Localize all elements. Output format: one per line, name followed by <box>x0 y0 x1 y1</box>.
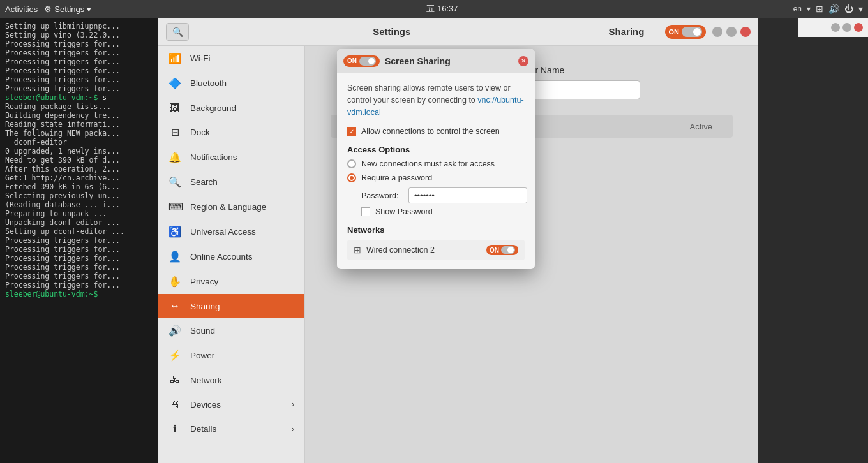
network-row: ⊞ Wired connection 2 ON <box>347 240 525 260</box>
region-icon: ⌨ <box>168 201 181 213</box>
sidebar-item-label: Power <box>190 351 214 360</box>
checkbox-check-icon: ✓ <box>349 128 354 135</box>
activities-button[interactable]: Activities <box>5 4 38 14</box>
settings-menu-icon: ⚙ <box>44 4 52 14</box>
dialog-toggle[interactable]: ON <box>343 55 380 67</box>
close-button[interactable] <box>740 27 751 37</box>
allow-connections-checkbox[interactable]: ✓ <box>347 127 356 136</box>
settings-body: 📶 Wi-Fi 🔷 Bluetooth 🖼 Background ⊟ Dock … <box>158 46 758 463</box>
sidebar-item-privacy[interactable]: ✋ Privacy <box>158 269 304 294</box>
settings-search-button[interactable]: 🔍 <box>166 23 189 41</box>
topbar: Activities ⚙ Settings ▾ 五 16:37 en ▾ ⊞ 🔊… <box>0 0 868 18</box>
sidebar-item-notifications[interactable]: 🔔 Notifications <box>158 145 304 170</box>
minimize-button[interactable] <box>712 27 722 37</box>
dialog-toggle-knob <box>368 58 375 64</box>
sidebar-item-sharing[interactable]: ↔ Sharing <box>158 294 304 318</box>
sidebar-item-power[interactable]: ⚡ Power <box>158 343 304 368</box>
volume-icon[interactable]: 🔊 <box>828 4 839 14</box>
radio-ask-label: New connections must ask for access <box>361 159 495 168</box>
screen-sharing-status: Active <box>690 122 712 131</box>
sharing-icon: ↔ <box>168 300 181 312</box>
accessibility-icon: ♿ <box>168 226 181 238</box>
dialog-toggle-on-label: ON <box>347 57 357 64</box>
settings-menu-arrow-icon: ▾ <box>87 4 91 14</box>
details-icon: ℹ <box>168 423 181 435</box>
maximize-button[interactable] <box>726 27 737 37</box>
sharing-header-title: Sharing <box>595 26 659 37</box>
sidebar-item-label: Region & Language <box>190 202 266 212</box>
clock-display: 五 16:37 <box>426 4 458 13</box>
sidebar-item-label: Dock <box>190 128 210 137</box>
sidebar-item-search[interactable]: 🔍 Search <box>158 170 304 195</box>
network-status-icon[interactable]: ⊞ <box>816 4 823 14</box>
settings-menu-label: Settings <box>54 4 84 14</box>
show-password-row: Show Password <box>361 207 525 216</box>
topbar-clock: 五 16:37 <box>426 3 458 15</box>
bluetooth-icon: 🔷 <box>168 77 181 89</box>
sidebar-item-online-accounts[interactable]: 👤 Online Accounts <box>158 244 304 269</box>
radio-ask-access[interactable] <box>347 159 356 168</box>
accounts-icon: 👤 <box>168 251 181 263</box>
password-field-label: Password: <box>361 191 402 200</box>
dialog-body: Screen sharing allows remote users to vi… <box>337 73 535 269</box>
password-row: Password: <box>361 187 525 203</box>
power-indicator-icon[interactable]: ⏻ <box>844 4 853 14</box>
access-options-title: Access Options <box>347 145 525 154</box>
sidebar-item-label: Sound <box>190 326 215 335</box>
sidebar-item-background[interactable]: 🖼 Background <box>158 96 304 120</box>
language-arrow-icon: ▾ <box>807 4 811 13</box>
wifi-icon: 📶 <box>168 52 181 64</box>
main-content: Computer Name Screen Sharing Active ON <box>305 46 758 463</box>
sidebar-item-wifi[interactable]: 📶 Wi-Fi <box>158 46 304 71</box>
devices-arrow-icon: › <box>292 400 294 409</box>
dialog-titlebar: ON Screen Sharing ✕ <box>337 49 535 73</box>
system-arrow-icon[interactable]: ▾ <box>858 4 863 14</box>
background-icon: 🖼 <box>168 102 181 114</box>
language-indicator[interactable]: en <box>793 4 802 13</box>
sidebar-item-bluetooth[interactable]: 🔷 Bluetooth <box>158 71 304 96</box>
topbar-right: en ▾ ⊞ 🔊 ⏻ ▾ <box>793 4 863 14</box>
radio-password-label: Require a password <box>361 173 432 182</box>
sound-icon: 🔊 <box>168 325 181 337</box>
sharing-master-toggle[interactable]: ON <box>665 25 707 39</box>
sidebar-item-label: Network <box>190 376 222 385</box>
network-toggle[interactable]: ON <box>486 245 518 255</box>
screen-sharing-dialog: ON Screen Sharing ✕ Screen sharing allow… <box>337 49 535 269</box>
sidebar-item-dock[interactable]: ⊟ Dock <box>158 120 304 145</box>
sidebar-item-details[interactable]: ℹ Details › <box>158 416 304 441</box>
sidebar-item-label: Background <box>190 103 236 113</box>
notifications-icon: 🔔 <box>168 151 181 163</box>
window-controls <box>712 27 751 37</box>
dialog-close-button[interactable]: ✕ <box>518 56 528 66</box>
dock-icon: ⊟ <box>168 126 181 138</box>
sidebar-item-label: Privacy <box>190 277 218 286</box>
network-toggle-label: ON <box>490 247 499 254</box>
settings-menu-button[interactable]: ⚙ Settings ▾ <box>44 4 91 14</box>
secondary-window-controls <box>798 18 868 37</box>
sidebar-item-devices[interactable]: 🖨 Devices › <box>158 392 304 416</box>
dialog-description: Screen sharing allows remote users to vi… <box>347 82 525 118</box>
sidebar-item-region[interactable]: ⌨ Region & Language <box>158 195 304 219</box>
sidebar-item-sound[interactable]: 🔊 Sound <box>158 318 304 343</box>
secondary-minimize-button[interactable] <box>831 23 840 32</box>
network-connection-name: Wired connection 2 <box>366 246 481 254</box>
sidebar-item-label: Notifications <box>190 152 237 162</box>
settings-title: Settings <box>195 26 588 37</box>
secondary-maximize-button[interactable] <box>842 23 851 32</box>
toggle-track <box>682 27 702 37</box>
sidebar-item-universal-access[interactable]: ♿ Universal Access <box>158 219 304 244</box>
search-sidebar-icon: 🔍 <box>168 176 181 188</box>
devices-icon: 🖨 <box>168 399 181 410</box>
show-password-checkbox[interactable] <box>361 207 370 216</box>
secondary-close-button[interactable] <box>854 23 863 32</box>
toggle-knob <box>693 28 701 36</box>
network-icon: 🖧 <box>168 374 181 386</box>
dialog-toggle-track <box>359 57 376 66</box>
sidebar-item-label: Online Accounts <box>190 252 253 261</box>
sidebar-item-network[interactable]: 🖧 Network <box>158 368 304 392</box>
password-input[interactable] <box>408 187 527 203</box>
privacy-icon: ✋ <box>168 276 181 288</box>
dialog-title: Screen Sharing <box>385 56 513 66</box>
radio-require-password[interactable] <box>347 173 356 182</box>
power-icon: ⚡ <box>168 349 181 362</box>
